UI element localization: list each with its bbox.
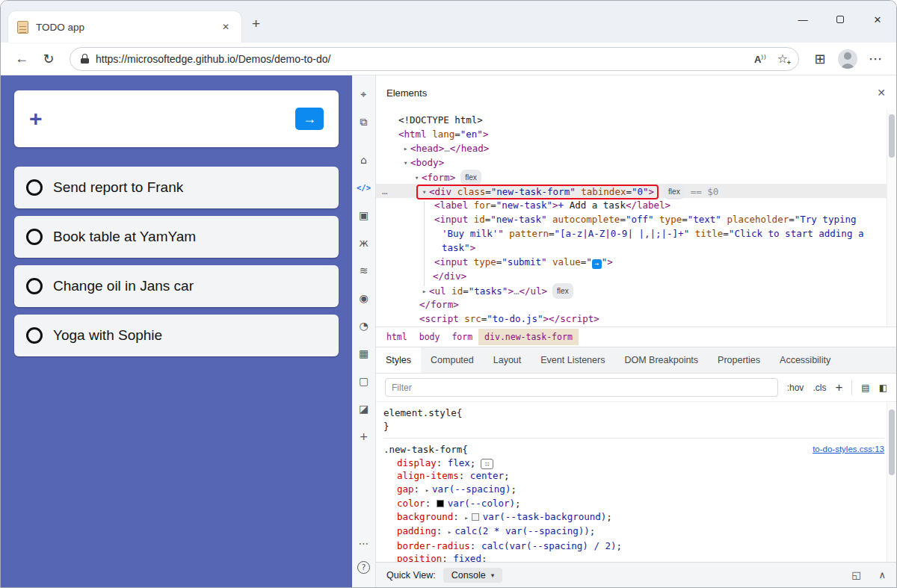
changes-icon[interactable]: ◪ bbox=[354, 399, 374, 418]
color-swatch[interactable] bbox=[472, 513, 479, 521]
inspect-element-icon[interactable]: ⌖ bbox=[354, 84, 374, 104]
css-property[interactable]: border-radius: calc(var(--spacing) / 2); bbox=[383, 539, 884, 553]
css-property[interactable]: align-items: center; bbox=[383, 469, 884, 483]
dom-tree-line[interactable]: <label for="new-task">+ Add a task</labe… bbox=[376, 198, 896, 212]
add-favorite-icon[interactable]: ☆+ bbox=[777, 52, 788, 66]
dom-tree-line[interactable]: ▸<head>…</head> bbox=[376, 141, 896, 155]
scrollbar-thumb[interactable] bbox=[889, 114, 895, 158]
network-icon[interactable]: ≋ bbox=[354, 261, 374, 280]
help-icon[interactable]: ? bbox=[357, 561, 370, 574]
expand-arrow-icon[interactable]: ▸ bbox=[425, 486, 429, 494]
tab-close-icon[interactable]: ✕ bbox=[219, 20, 232, 34]
expand-arrow-icon[interactable]: ▸ bbox=[464, 514, 468, 522]
breadcrumb-item[interactable]: form bbox=[446, 329, 478, 345]
task-checkbox[interactable] bbox=[26, 229, 43, 245]
dom-tree-line[interactable]: </div> bbox=[376, 269, 896, 283]
expand-arrow-icon[interactable]: ▸ bbox=[401, 141, 410, 155]
expand-arrow-icon[interactable]: ▾ bbox=[419, 185, 429, 199]
dom-tree-line[interactable]: ▾<body> bbox=[376, 155, 896, 170]
task-checkbox[interactable] bbox=[26, 278, 43, 294]
devtools-close-icon[interactable]: ✕ bbox=[877, 87, 886, 99]
flex-badge[interactable]: flex bbox=[552, 283, 573, 299]
tab-accessibility[interactable]: Accessibility bbox=[770, 347, 840, 373]
tab-dom-breakpoints[interactable]: DOM Breakpoints bbox=[614, 347, 708, 373]
dom-scrollbar[interactable] bbox=[887, 110, 896, 327]
task-item[interactable]: Book table at YamYam bbox=[14, 216, 339, 258]
breadcrumb-item[interactable]: div.new-task-form bbox=[478, 329, 579, 345]
address-bar[interactable]: https://microsoftedge.github.io/Demos/de… bbox=[70, 47, 799, 71]
expand-quickview-icon[interactable]: ◱ bbox=[851, 569, 860, 581]
maximize-button[interactable] bbox=[822, 5, 859, 34]
node-menu-icon[interactable]: … bbox=[382, 184, 389, 198]
dom-tree-line[interactable]: 'Buy milk'" pattern="[a-z|A-Z|0-9| |,|;|… bbox=[376, 226, 896, 241]
css-property[interactable]: padding: ▸calc(2 * var(--spacing)); bbox=[383, 524, 884, 539]
debugger-icon[interactable]: ж bbox=[354, 233, 374, 253]
reload-button[interactable]: ↻ bbox=[35, 46, 62, 72]
tab-properties[interactable]: Properties bbox=[708, 347, 770, 373]
new-tab-button[interactable]: + bbox=[252, 16, 260, 32]
quickview-console-dropdown[interactable]: Console▾ bbox=[443, 568, 502, 583]
new-style-rule-button[interactable]: + bbox=[835, 380, 842, 395]
profile-avatar[interactable] bbox=[838, 49, 857, 69]
dom-tree-line[interactable]: </form> bbox=[376, 297, 896, 312]
tab-computed[interactable]: Computed bbox=[421, 347, 484, 373]
tab-layout[interactable]: Layout bbox=[484, 347, 531, 373]
expand-arrow-icon[interactable]: ▾ bbox=[401, 155, 410, 170]
dom-tree-line[interactable]: …▾<div class="new-task-form" tabindex="0… bbox=[376, 184, 896, 198]
filter-input[interactable] bbox=[385, 378, 778, 397]
new-task-form[interactable]: + → bbox=[14, 90, 339, 147]
css-property[interactable]: background: ▸var(--task-background); bbox=[383, 510, 884, 525]
tab-event-listeners[interactable]: Event Listeners bbox=[531, 347, 614, 373]
css-property[interactable]: gap: ▸var(--spacing); bbox=[383, 483, 884, 498]
rendering-emulations-icon[interactable]: ▤ bbox=[861, 383, 869, 393]
task-item[interactable]: Yoga with Sophie bbox=[14, 315, 339, 356]
flex-editor-icon[interactable]: ∷ bbox=[481, 459, 493, 469]
elements-icon[interactable]: </> bbox=[354, 178, 374, 197]
collapse-quickview-icon[interactable]: ∧ bbox=[878, 569, 886, 581]
read-aloud-icon[interactable]: A)) bbox=[754, 53, 767, 65]
css-property[interactable]: color: var(--color); bbox=[383, 497, 884, 510]
task-checkbox[interactable] bbox=[26, 179, 43, 196]
flex-badge[interactable]: flex bbox=[664, 184, 685, 199]
toggle-sidebar-icon[interactable]: ◧ bbox=[879, 383, 887, 393]
toggle-class-button[interactable]: .cls bbox=[813, 383, 826, 393]
browser-tab[interactable]: TODO app ✕ bbox=[8, 11, 241, 43]
css-property[interactable]: display: flex;∷ bbox=[383, 457, 884, 470]
color-swatch[interactable] bbox=[437, 500, 444, 507]
memory-icon[interactable]: ▦ bbox=[354, 344, 374, 363]
tab-styles[interactable]: Styles bbox=[376, 347, 421, 373]
flex-badge[interactable]: flex bbox=[460, 170, 481, 185]
welcome-icon[interactable]: ⌂ bbox=[354, 150, 374, 170]
stylesheet-link[interactable]: to-do-styles.css:13 bbox=[813, 443, 884, 457]
task-item[interactable]: Send report to Frank bbox=[14, 167, 339, 208]
dom-tree-line[interactable]: <script src="to-do.js"></script> bbox=[376, 312, 896, 326]
css-property[interactable]: position: fixed; bbox=[383, 552, 884, 562]
dom-tree-line[interactable]: task"> bbox=[376, 241, 896, 255]
breadcrumb-item[interactable]: html bbox=[380, 329, 413, 345]
dom-tree-line[interactable]: <!DOCTYPE html> bbox=[376, 113, 896, 127]
performance-icon[interactable]: ◔ bbox=[354, 316, 374, 335]
scrollbar-thumb[interactable] bbox=[889, 409, 895, 475]
console-icon[interactable]: ▣ bbox=[354, 205, 374, 225]
expand-arrow-icon[interactable]: ▾ bbox=[412, 170, 422, 185]
dom-tree-line[interactable]: ▾<form>flex bbox=[376, 170, 896, 184]
elements-panel-title[interactable]: Elements bbox=[386, 87, 427, 99]
toggle-hover-state-button[interactable]: :hov bbox=[787, 383, 804, 393]
collections-icon[interactable]: ⊞ bbox=[807, 46, 833, 72]
device-emulation-icon[interactable]: ⧉ bbox=[354, 112, 374, 131]
submit-task-button[interactable]: → bbox=[295, 108, 324, 130]
back-button[interactable]: ← bbox=[8, 46, 35, 72]
issues-icon[interactable]: ◉ bbox=[354, 288, 374, 308]
breadcrumb-item[interactable]: body bbox=[413, 329, 446, 345]
expand-arrow-icon[interactable]: ▸ bbox=[448, 528, 451, 536]
application-icon[interactable]: ▢ bbox=[354, 371, 374, 391]
dom-tree-line[interactable]: ▸<ul id="tasks">…</ul>flex bbox=[376, 283, 896, 297]
task-item[interactable]: Change oil in Jans car bbox=[14, 265, 339, 307]
dom-tree-line[interactable]: <input type="submit" value="→"> bbox=[376, 255, 896, 269]
dom-tree-line[interactable]: <html lang="en"> bbox=[376, 127, 896, 141]
rule-selector[interactable]: element.style bbox=[383, 406, 457, 420]
rule-selector[interactable]: .new-task-form bbox=[383, 443, 462, 457]
dom-tree-line[interactable]: <input id="new-task" autocomplete="off" … bbox=[376, 212, 896, 226]
more-tools-icon[interactable]: ⋯ bbox=[354, 533, 374, 553]
add-tools-icon[interactable]: + bbox=[354, 427, 374, 446]
